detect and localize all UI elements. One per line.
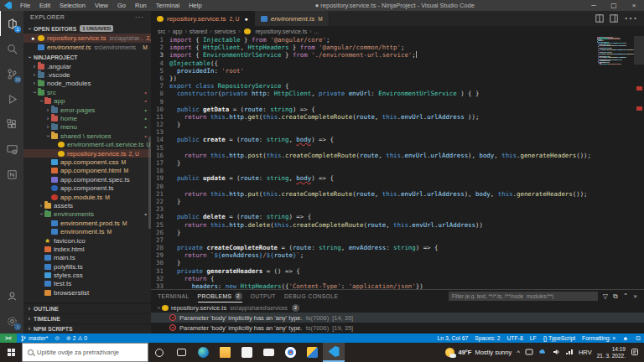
indentation[interactable]: Spaces: 2 — [471, 334, 503, 343]
section-timeline[interactable]: ›TIMELINE — [23, 313, 151, 323]
volume-icon[interactable] — [552, 348, 560, 358]
filter-icon[interactable]: ▽ — [603, 292, 608, 300]
taskbar-app-task-view[interactable] — [170, 343, 192, 362]
breadcrumb-item[interactable]: src — [158, 28, 165, 34]
breadcrumb-item[interactable]: shared — [190, 28, 207, 34]
weather-widget[interactable]: 49°FMostly sunny — [445, 348, 512, 357]
tree-item[interactable]: ›node_modules — [23, 80, 151, 88]
notifications-bell-icon[interactable] — [619, 334, 632, 343]
code-editor[interactable]: 1import { Injectable } from '@angular/co… — [151, 36, 597, 289]
tray-chevron-up-icon[interactable]: ^ — [517, 349, 520, 356]
section-npm-scripts[interactable]: ›NPM SCRIPTS — [23, 323, 151, 334]
keyboard-layout[interactable]: HRV — [579, 349, 592, 356]
eol[interactable]: LF — [527, 334, 540, 343]
open-editors-header[interactable]: › OPEN EDITORS 1 UNSAVED — [23, 23, 151, 34]
tree-item[interactable]: ›shared \ services• — [23, 132, 151, 140]
display-icon[interactable] — [525, 348, 533, 358]
taskbar-app-store[interactable] — [236, 343, 257, 362]
project-header[interactable]: › NINJAPROJECT — [23, 52, 151, 62]
menu-help[interactable]: Help — [184, 1, 205, 10]
search-icon[interactable] — [0, 36, 23, 61]
more-actions-icon[interactable]: ··· — [624, 11, 637, 26]
panel-tab-terminal[interactable]: TERMINAL — [158, 290, 190, 303]
tree-item[interactable]: ›app• — [23, 97, 151, 106]
tree-item[interactable]: ›.angular — [23, 62, 151, 70]
taskbar-app-vscode[interactable] — [323, 343, 345, 362]
tree-item[interactable]: app.component.spec.ts — [23, 175, 151, 184]
tree-item[interactable]: ›.vscode — [23, 70, 151, 79]
git-branch-item[interactable]: master* — [17, 334, 51, 343]
maximize-button[interactable]: ▢ — [604, 0, 624, 11]
close-button[interactable]: × — [624, 0, 644, 11]
breadcrumb-item[interactable]: repository.service.ts — [256, 28, 308, 34]
menu-go[interactable]: Go — [113, 1, 130, 10]
tree-item[interactable]: environment.prod.tsM — [23, 219, 151, 227]
minimize-button[interactable]: ─ — [584, 0, 604, 11]
tab-environment-ts[interactable]: environment.tsM — [255, 11, 330, 26]
explorer-more-actions-icon[interactable]: ··· — [135, 13, 144, 21]
taskbar-app-chrome[interactable] — [279, 343, 301, 362]
settings-icon[interactable]: 1 — [0, 308, 23, 334]
menu-terminal[interactable]: Terminal — [152, 1, 184, 10]
tree-item[interactable]: ›error-pages• — [23, 106, 151, 114]
minimap[interactable] — [597, 36, 634, 289]
panel-tab-problems[interactable]: PROBLEMS2 — [198, 290, 242, 303]
tree-item[interactable]: ›home• — [23, 114, 151, 122]
toggle-layout-icon[interactable] — [610, 11, 618, 26]
feedback-icon[interactable]: ⊡ — [632, 334, 644, 343]
tree-item[interactable]: styles.css — [23, 271, 151, 279]
network-icon[interactable] — [565, 348, 574, 358]
run-debug-icon[interactable] — [0, 86, 23, 111]
menu-view[interactable]: View — [91, 1, 112, 10]
overview-ruler[interactable] — [634, 36, 644, 289]
encoding[interactable]: UTF-8 — [503, 334, 526, 343]
tree-item[interactable]: browserslist — [23, 288, 151, 297]
breadcrumb-item[interactable]: ... — [314, 28, 319, 34]
start-button[interactable] — [0, 343, 22, 362]
extensions-icon[interactable] — [0, 111, 23, 137]
explorer-icon[interactable]: 1 — [0, 11, 23, 36]
problem-row[interactable]: ×Parameter 'body' implicitly has an 'any… — [151, 313, 644, 323]
tree-item[interactable]: ★favicon.ico — [23, 236, 151, 245]
tree-item[interactable]: ›src• — [23, 88, 151, 96]
menu-edit[interactable]: Edit — [35, 1, 55, 10]
menu-selection[interactable]: Selection — [55, 1, 90, 10]
tree-item[interactable]: environment-url.service.tsU — [23, 141, 151, 149]
taskbar-app-cortana[interactable] — [148, 343, 170, 362]
angular-console-icon[interactable] — [0, 162, 23, 187]
problems-filter-input[interactable] — [449, 292, 598, 301]
tree-item[interactable]: polyfills.ts — [23, 262, 151, 271]
tree-item[interactable]: app.component.htmlM — [23, 167, 151, 175]
breadcrumb[interactable]: src›app›shared›services›repository.servi… — [151, 26, 644, 36]
clock[interactable]: 14:1921. 3. 2022. — [597, 346, 626, 359]
tree-item[interactable]: index.html — [23, 245, 151, 253]
open-editor-icon[interactable]: ⧉ — [613, 292, 618, 301]
tree-item[interactable]: app.component.cssM — [23, 158, 151, 166]
tree-item[interactable]: environment.tsM — [23, 227, 151, 235]
problems-file-row[interactable]: ›repository.service.tssrc\app\shared\ser… — [151, 303, 644, 313]
language-mode[interactable]: {} TypeScript — [540, 334, 579, 343]
tree-item[interactable]: main.ts — [23, 254, 151, 262]
scrollbar-thumb[interactable] — [634, 36, 644, 65]
taskbar-app-edge[interactable] — [192, 343, 214, 362]
cursor-position[interactable]: Ln 3, Col 67 — [434, 334, 472, 343]
section-outline[interactable]: ›OUTLINE — [23, 303, 151, 313]
tab-repository-service-ts[interactable]: repository.service.ts2, U● — [151, 11, 255, 26]
action-center-icon[interactable] — [631, 348, 639, 358]
close-panel-icon[interactable]: × — [633, 292, 637, 300]
gitlens-eye-item[interactable]: ⊙ — [51, 334, 63, 343]
open-editor-item[interactable]: ●repository.service.tssrc\app\shar...2, … — [23, 34, 151, 43]
taskbar-app-file-explorer[interactable] — [214, 343, 236, 362]
tree-item[interactable]: app.component.ts — [23, 184, 151, 192]
breadcrumb-item[interactable]: services — [214, 28, 236, 34]
tree-item[interactable]: ›menu• — [23, 123, 151, 132]
split-editor-icon[interactable] — [595, 11, 604, 26]
tree-item[interactable]: ›assets — [23, 201, 151, 209]
tree-item[interactable]: test.ts — [23, 280, 151, 288]
breadcrumb-item[interactable]: app — [173, 28, 183, 34]
accounts-icon[interactable] — [0, 283, 23, 308]
menu-run[interactable]: Run — [131, 1, 151, 10]
problem-row[interactable]: ×Parameter 'body' implicitly has an 'any… — [151, 323, 644, 333]
collapse-panel-icon[interactable]: ⌃ — [623, 292, 629, 300]
remote-explorer-icon[interactable] — [0, 137, 23, 162]
